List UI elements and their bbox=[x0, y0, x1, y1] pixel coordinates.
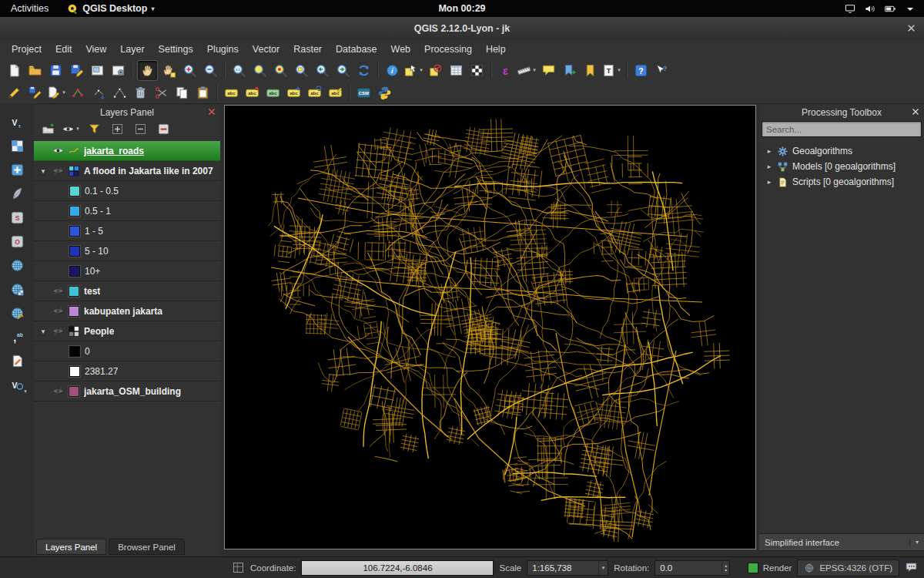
display-button[interactable] bbox=[844, 2, 856, 15]
add-vector-layer-button[interactable]: V, bbox=[7, 113, 27, 131]
chevron-down-icon[interactable]: ▾ bbox=[909, 539, 919, 546]
deselect-features-button[interactable] bbox=[426, 61, 445, 80]
new-print-composer-button[interactable] bbox=[88, 61, 107, 80]
label-move-button[interactable]: abc bbox=[284, 83, 303, 102]
dropdown-arrow-icon[interactable]: ▾ bbox=[531, 67, 537, 73]
new-bookmark-button[interactable] bbox=[560, 61, 579, 80]
battery-button[interactable] bbox=[884, 2, 896, 15]
add-delimited-text-layer-button[interactable]: ,ab bbox=[7, 328, 27, 346]
zoom-out-button[interactable] bbox=[201, 61, 220, 80]
legend-class-10[interactable]: 10+ bbox=[34, 261, 220, 281]
tab-layers-panel[interactable]: Layers Panel bbox=[36, 539, 106, 555]
map-view[interactable] bbox=[224, 105, 756, 549]
add-virtual-layer-button[interactable]: V▾ bbox=[7, 375, 27, 394]
zoom-next-button[interactable] bbox=[333, 61, 353, 80]
layer-item-kabupaten-jakarta[interactable]: kabupaten jakarta bbox=[34, 301, 220, 321]
collapse-all-button[interactable] bbox=[131, 121, 150, 137]
coordinate-input[interactable]: 106.7224,-6.0846 bbox=[301, 560, 494, 576]
layer-labeling-button[interactable]: abc bbox=[222, 83, 241, 102]
add-oracle-layer-button[interactable]: O bbox=[7, 232, 27, 250]
legend-class-5-10[interactable]: 5 - 10 bbox=[34, 241, 220, 261]
render-checkbox[interactable] bbox=[748, 563, 758, 573]
legend-class-0[interactable]: 0 bbox=[34, 341, 220, 361]
menu-edit[interactable]: Edit bbox=[49, 40, 79, 59]
delete-selected-button[interactable] bbox=[131, 83, 150, 102]
menu-plugins[interactable]: Plugins bbox=[200, 40, 246, 59]
processing-search-input[interactable] bbox=[762, 121, 922, 137]
proc-item-scripts[interactable]: ▸Scripts [0 geoalgorithms] bbox=[759, 174, 924, 190]
visibility-off-icon[interactable] bbox=[52, 325, 64, 337]
interface-selector[interactable]: Simplified interface ▾ bbox=[759, 533, 924, 551]
python-console-button[interactable] bbox=[375, 83, 394, 102]
add-wms-layer-button[interactable] bbox=[7, 256, 27, 274]
menu-raster[interactable]: Raster bbox=[286, 40, 329, 59]
clock[interactable]: Mon 00:29 bbox=[438, 3, 485, 14]
cut-features-button[interactable] bbox=[152, 83, 171, 102]
window-close-button[interactable] bbox=[906, 22, 917, 34]
add-mssql-layer-button[interactable]: S bbox=[7, 208, 27, 227]
filter-legend-button[interactable] bbox=[85, 121, 104, 137]
tab-browser-panel[interactable]: Browser Panel bbox=[109, 539, 185, 555]
label-rotate-button[interactable]: abc bbox=[305, 83, 324, 102]
app-menu[interactable]: QGIS Desktop ▾ bbox=[59, 3, 162, 15]
dropdown-arrow-icon[interactable]: ▾ bbox=[61, 89, 67, 96]
legend-class-2381-27[interactable]: 2381.27 bbox=[34, 361, 220, 381]
messages-button[interactable] bbox=[905, 561, 918, 574]
add-wfs-layer-button[interactable] bbox=[7, 304, 27, 322]
scale-combobox[interactable]: 1:165,738 ▾ bbox=[527, 560, 608, 576]
pan-map-button[interactable] bbox=[137, 60, 158, 81]
label-pin-button[interactable]: abc bbox=[243, 83, 262, 102]
proc-item-models[interactable]: ▸Models [0 geoalgorithms] bbox=[759, 159, 924, 174]
node-tool-button[interactable] bbox=[110, 83, 129, 102]
expand-all-button[interactable] bbox=[108, 121, 127, 137]
open-attribute-table-button[interactable] bbox=[447, 61, 466, 80]
spinner-arrows-icon[interactable]: ▴▾ bbox=[721, 562, 729, 574]
volume-button[interactable] bbox=[864, 2, 876, 15]
show-bookmarks-button[interactable] bbox=[581, 61, 600, 80]
measure-line-button[interactable]: ▾ bbox=[517, 61, 537, 80]
save-project-as-button[interactable] bbox=[67, 61, 86, 80]
toggle-editing-button[interactable] bbox=[5, 83, 24, 102]
new-shapefile-layer-button[interactable] bbox=[7, 351, 27, 370]
label-highlight-button[interactable]: abc bbox=[263, 83, 283, 102]
status-menu-chevron-button[interactable] bbox=[904, 2, 916, 15]
add-raster-layer-button[interactable] bbox=[7, 136, 27, 155]
layer-item-jakarta-roads[interactable]: jakarta_roads bbox=[34, 141, 220, 161]
menu-processing[interactable]: Processing bbox=[417, 40, 479, 59]
new-project-button[interactable] bbox=[5, 61, 24, 80]
expander-icon[interactable]: ▸ bbox=[765, 163, 773, 170]
processing-toolbox-close-button[interactable] bbox=[910, 106, 921, 117]
move-feature-button[interactable] bbox=[89, 83, 109, 102]
visibility-off-icon[interactable] bbox=[52, 285, 64, 297]
window-titlebar[interactable]: QGIS 2.12.0-Lyon - jk bbox=[0, 17, 924, 41]
menu-vector[interactable]: Vector bbox=[246, 40, 286, 59]
legend-class-0-1-0-5[interactable]: 0.1 - 0.5 bbox=[34, 181, 220, 201]
dropdown-arrow-icon[interactable]: ▾ bbox=[22, 388, 28, 395]
menu-database[interactable]: Database bbox=[329, 40, 384, 59]
pan-to-selection-button[interactable] bbox=[159, 61, 179, 80]
extent-icon[interactable] bbox=[232, 561, 245, 574]
add-group-button[interactable] bbox=[38, 121, 58, 137]
text-annotation-button[interactable]: T▾ bbox=[601, 61, 622, 80]
current-edits-button[interactable]: ▾ bbox=[46, 83, 67, 102]
crs-button[interactable]: EPSG:4326 (OTF) bbox=[797, 560, 899, 576]
expander-icon[interactable]: ▸ bbox=[765, 147, 773, 155]
menu-settings[interactable]: Settings bbox=[152, 40, 200, 59]
visibility-on-icon[interactable] bbox=[52, 145, 64, 156]
save-project-button[interactable] bbox=[46, 61, 65, 80]
help-contents-button[interactable]: ? bbox=[631, 61, 651, 80]
menu-layer[interactable]: Layer bbox=[113, 40, 151, 59]
open-project-button[interactable] bbox=[25, 61, 45, 80]
visibility-off-icon[interactable] bbox=[52, 165, 64, 176]
visibility-off-icon[interactable] bbox=[52, 385, 64, 397]
select-by-expression-button[interactable] bbox=[467, 61, 487, 80]
save-layer-edits-button[interactable] bbox=[25, 83, 45, 102]
layers-panel-close-button[interactable] bbox=[206, 106, 217, 117]
remove-layer-group-button[interactable] bbox=[154, 121, 173, 137]
layer-item-jakarta-osm-building[interactable]: jakarta_OSM_building bbox=[34, 381, 220, 402]
refresh-map-button[interactable] bbox=[354, 61, 373, 80]
map-canvas[interactable] bbox=[225, 106, 755, 549]
menu-help[interactable]: Help bbox=[479, 40, 513, 59]
layer-item-test[interactable]: test bbox=[34, 281, 220, 301]
copy-features-button[interactable] bbox=[172, 83, 192, 102]
